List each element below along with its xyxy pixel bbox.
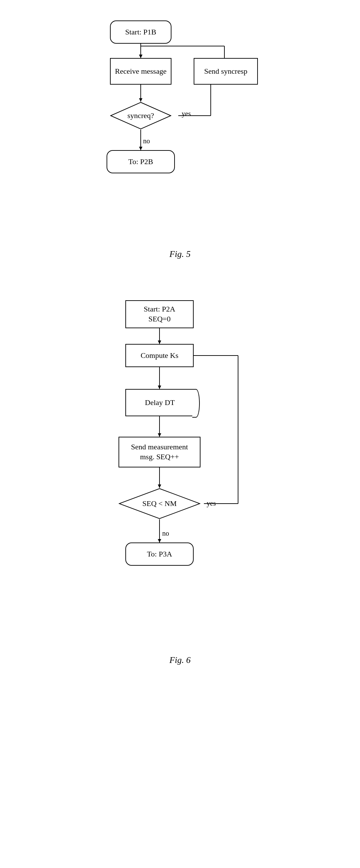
seq-nm-diamond: SEQ < NM [119,488,200,519]
svg-marker-5 [139,147,142,150]
to-p3a-box: To: P3A [125,542,194,566]
compute-ks-box: Compute Ks [125,344,194,367]
send-measurement-label: Send measurement msg. SEQ++ [131,442,188,462]
svg-text:no: no [143,137,150,145]
fig6-caption: Fig. 6 [169,655,191,665]
svg-marker-21 [158,433,161,437]
receive-message-box: Receive message [110,58,171,85]
delay-dt-label: Delay DT [145,398,175,408]
to-p3a-label: To: P3A [147,549,172,559]
receive-message-label: Receive message [115,67,167,76]
start-p2a-label: Start: P2A SEQ=0 [144,304,175,324]
syncreq-diamond: syncreq? [110,102,171,130]
svg-text:yes: yes [207,500,216,507]
syncreq-label: syncreq? [127,111,154,120]
send-measurement-box: Send measurement msg. SEQ++ [119,437,200,467]
svg-marker-19 [158,386,161,389]
to-p2b-label: To: P2B [128,157,153,167]
svg-marker-1 [139,55,142,58]
compute-ks-label: Compute Ks [141,351,179,361]
start-p1b-label: Start: P1B [125,27,156,37]
svg-marker-25 [158,539,161,542]
start-p1b-box: Start: P1B [110,20,171,44]
send-syncresp-box: Send syncresp [194,58,258,85]
svg-marker-17 [158,341,161,344]
to-p2b-box: To: P2B [107,150,175,173]
delay-dt-box: Delay DT [125,389,194,416]
svg-text:yes: yes [182,110,191,118]
start-p2a-box: Start: P2A SEQ=0 [125,300,194,328]
svg-marker-23 [158,484,161,488]
send-syncresp-label: Send syncresp [204,67,247,76]
svg-marker-3 [139,98,142,102]
fig5-caption: Fig. 5 [169,249,191,259]
svg-marker-14 [139,55,142,58]
seq-nm-label: SEQ < NM [142,499,177,508]
svg-text:no: no [162,530,169,537]
